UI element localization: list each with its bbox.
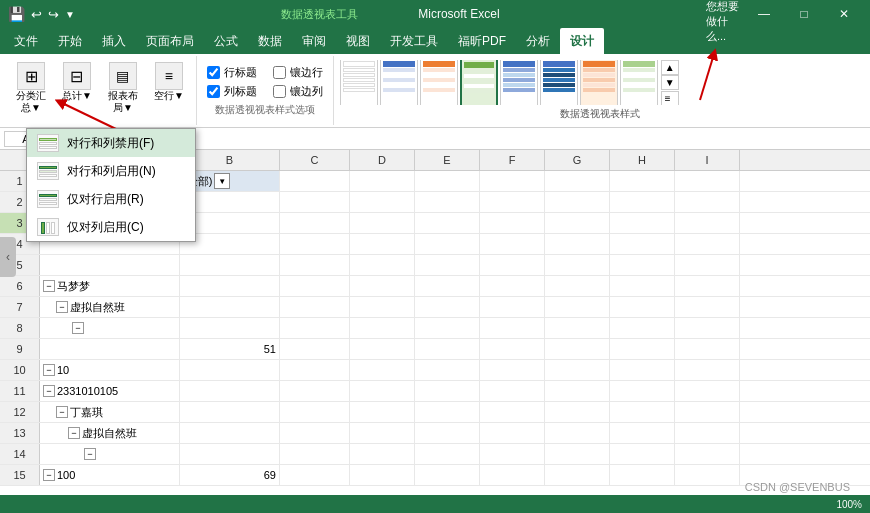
cell-e7[interactable] bbox=[415, 297, 480, 317]
cell-g13[interactable] bbox=[545, 423, 610, 443]
cell-f1[interactable] bbox=[480, 171, 545, 191]
cell-c4[interactable] bbox=[280, 234, 350, 254]
pt-style-dark3[interactable] bbox=[620, 60, 658, 105]
cell-d1[interactable] bbox=[350, 171, 415, 191]
cell-g14[interactable] bbox=[545, 444, 610, 464]
cell-h2[interactable] bbox=[610, 192, 675, 212]
cell-g4[interactable] bbox=[545, 234, 610, 254]
cell-d2[interactable] bbox=[350, 192, 415, 212]
cell-b8[interactable] bbox=[180, 318, 280, 338]
blank-rows-btn[interactable]: ≡ 空行▼ bbox=[148, 60, 190, 116]
cell-f8[interactable] bbox=[480, 318, 545, 338]
cell-a6[interactable]: −马梦梦 bbox=[40, 276, 180, 296]
cell-c5[interactable] bbox=[280, 255, 350, 275]
cell-d6[interactable] bbox=[350, 276, 415, 296]
col-e[interactable]: E bbox=[415, 150, 480, 170]
minimize-btn[interactable]: — bbox=[746, 0, 782, 28]
expand-12[interactable]: − bbox=[56, 406, 68, 418]
cell-d14[interactable] bbox=[350, 444, 415, 464]
cell-f10[interactable] bbox=[480, 360, 545, 380]
col-header-check[interactable]: 列标题 bbox=[207, 84, 257, 99]
cell-f5[interactable] bbox=[480, 255, 545, 275]
dropdown-item-row-only[interactable]: 仅对行启用(R) bbox=[27, 185, 195, 213]
cell-h11[interactable] bbox=[610, 381, 675, 401]
cell-h10[interactable] bbox=[610, 360, 675, 380]
cell-b9[interactable]: 51 bbox=[180, 339, 280, 359]
cell-i5[interactable] bbox=[675, 255, 740, 275]
cell-i8[interactable] bbox=[675, 318, 740, 338]
cell-g5[interactable] bbox=[545, 255, 610, 275]
cell-d5[interactable] bbox=[350, 255, 415, 275]
tab-review[interactable]: 审阅 bbox=[292, 28, 336, 54]
pt-style-light3[interactable] bbox=[460, 60, 498, 105]
cell-d4[interactable] bbox=[350, 234, 415, 254]
cell-f7[interactable] bbox=[480, 297, 545, 317]
pt-style-medium1[interactable] bbox=[500, 60, 538, 105]
pt-style-dark2[interactable] bbox=[580, 60, 618, 105]
tab-design[interactable]: 设计 bbox=[560, 28, 604, 54]
cell-e6[interactable] bbox=[415, 276, 480, 296]
cell-i6[interactable] bbox=[675, 276, 740, 296]
tab-view[interactable]: 视图 bbox=[336, 28, 380, 54]
cell-h12[interactable] bbox=[610, 402, 675, 422]
cell-d11[interactable] bbox=[350, 381, 415, 401]
cell-f3[interactable] bbox=[480, 213, 545, 233]
cell-h4[interactable] bbox=[610, 234, 675, 254]
cell-c2[interactable] bbox=[280, 192, 350, 212]
cell-c7[interactable] bbox=[280, 297, 350, 317]
cell-a14[interactable]: − bbox=[40, 444, 180, 464]
cell-a10[interactable]: −10 bbox=[40, 360, 180, 380]
cell-f13[interactable] bbox=[480, 423, 545, 443]
cell-h5[interactable] bbox=[610, 255, 675, 275]
banded-col-check[interactable]: 镶边行 bbox=[273, 65, 323, 80]
cell-c12[interactable] bbox=[280, 402, 350, 422]
cell-f15[interactable] bbox=[480, 465, 545, 485]
cell-e5[interactable] bbox=[415, 255, 480, 275]
cell-h14[interactable] bbox=[610, 444, 675, 464]
cell-a15[interactable]: −100 bbox=[40, 465, 180, 485]
cell-b10[interactable] bbox=[180, 360, 280, 380]
row-header-check[interactable]: 行标题 bbox=[207, 65, 257, 80]
cell-g3[interactable] bbox=[545, 213, 610, 233]
cell-a7[interactable]: −虚拟自然班 bbox=[40, 297, 180, 317]
cell-e4[interactable] bbox=[415, 234, 480, 254]
cell-b13[interactable] bbox=[180, 423, 280, 443]
cell-h13[interactable] bbox=[610, 423, 675, 443]
cell-g10[interactable] bbox=[545, 360, 610, 380]
grand-totals-btn[interactable]: ⊟ 总计▼ bbox=[56, 60, 98, 116]
cell-b12[interactable] bbox=[180, 402, 280, 422]
close-btn[interactable]: ✕ bbox=[826, 0, 862, 28]
cell-f2[interactable] bbox=[480, 192, 545, 212]
cell-c3[interactable] bbox=[280, 213, 350, 233]
undo-icon[interactable]: ↩ bbox=[31, 7, 42, 22]
dropdown-item-enable[interactable]: 对行和列启用(N) bbox=[27, 157, 195, 185]
cell-f6[interactable] bbox=[480, 276, 545, 296]
cell-f9[interactable] bbox=[480, 339, 545, 359]
banded-row-check[interactable]: 镶边列 bbox=[273, 84, 323, 99]
col-g[interactable]: G bbox=[545, 150, 610, 170]
tab-page-layout[interactable]: 页面布局 bbox=[136, 28, 204, 54]
cell-d15[interactable] bbox=[350, 465, 415, 485]
cell-g7[interactable] bbox=[545, 297, 610, 317]
cell-a5[interactable] bbox=[40, 255, 180, 275]
cell-i1[interactable] bbox=[675, 171, 740, 191]
cell-a9[interactable] bbox=[40, 339, 180, 359]
styles-scroll-down[interactable]: ▼ bbox=[661, 75, 679, 90]
panel-collapse-btn[interactable]: ‹ bbox=[0, 237, 16, 277]
cell-d13[interactable] bbox=[350, 423, 415, 443]
expand-10[interactable]: − bbox=[43, 364, 55, 376]
tab-formula[interactable]: 公式 bbox=[204, 28, 248, 54]
cell-c10[interactable] bbox=[280, 360, 350, 380]
cell-d10[interactable] bbox=[350, 360, 415, 380]
styles-scroll-up[interactable]: ▲ bbox=[661, 60, 679, 75]
cell-b11[interactable] bbox=[180, 381, 280, 401]
tab-home[interactable]: 开始 bbox=[48, 28, 92, 54]
cell-e10[interactable] bbox=[415, 360, 480, 380]
tab-insert[interactable]: 插入 bbox=[92, 28, 136, 54]
cell-g15[interactable] bbox=[545, 465, 610, 485]
tab-data[interactable]: 数据 bbox=[248, 28, 292, 54]
cell-g1[interactable] bbox=[545, 171, 610, 191]
cell-i13[interactable] bbox=[675, 423, 740, 443]
subtotals-btn[interactable]: ⊞ 分类汇总▼ bbox=[10, 60, 52, 116]
cell-i2[interactable] bbox=[675, 192, 740, 212]
